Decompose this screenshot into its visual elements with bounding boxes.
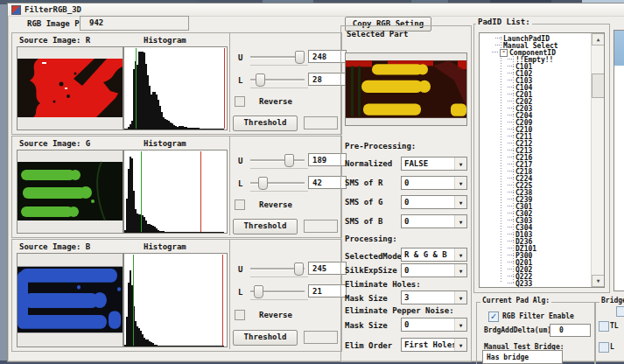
reverse-checkbox[interactable] — [235, 310, 245, 320]
tree-item[interactable]: C211 — [480, 133, 591, 140]
bridge-top-checkbox[interactable] — [616, 306, 624, 317]
l-slider[interactable] — [250, 285, 305, 298]
l-slider-thumb[interactable] — [258, 177, 268, 190]
l-label: L — [238, 76, 242, 85]
u-slider-thumb[interactable] — [295, 51, 305, 64]
l-slider-thumb[interactable] — [256, 74, 265, 87]
tree-item[interactable]: Q233 — [480, 280, 591, 287]
source-image-label: Source Image: G — [19, 139, 90, 148]
manual-test-bridge-input[interactable]: Has bridge — [482, 350, 563, 364]
tree-item[interactable]: !!Empty!! — [480, 56, 591, 63]
tree-item[interactable]: Q201 — [480, 259, 591, 266]
silk-exp-size-select[interactable]: 0▼ — [401, 263, 467, 277]
scroll-down-icon[interactable]: ▼ — [592, 275, 605, 287]
title-bar[interactable]: FilterRGB_3D — [8, 4, 624, 17]
tree-item[interactable]: C301 — [480, 203, 591, 210]
l-slider-thumb[interactable] — [254, 285, 263, 298]
bridge-tl-checkbox[interactable] — [599, 321, 609, 332]
u-slider-thumb[interactable] — [284, 154, 294, 167]
tree-item[interactable]: C218 — [480, 168, 591, 175]
tree-item[interactable]: C224 — [480, 175, 591, 182]
u-slider[interactable] — [250, 154, 305, 166]
tree-item[interactable]: C216 — [480, 154, 591, 161]
tree-item[interactable]: P300 — [480, 252, 591, 259]
tree-item[interactable]: C204 — [480, 112, 591, 119]
u-slider[interactable] — [250, 51, 305, 63]
slider-underline — [250, 299, 308, 300]
tree-item[interactable]: C104 — [480, 84, 591, 91]
holes-mask-size-select[interactable]: 3▼ — [401, 290, 467, 304]
tree-item[interactable]: C203 — [480, 105, 591, 112]
l-slider[interactable] — [250, 74, 305, 86]
tree-item[interactable]: DZ101 — [480, 245, 591, 252]
tree-item[interactable]: C102 — [480, 70, 591, 77]
tree-connector — [508, 255, 514, 256]
normalized-select[interactable]: FALSE▼ — [401, 157, 467, 171]
processing-label: Processing: — [345, 234, 397, 243]
threshold-button[interactable]: Threshold — [233, 219, 298, 234]
sms-of-b-select[interactable]: 0▼ — [401, 214, 467, 228]
selected-mode-select[interactable]: R & G & B▼ — [401, 248, 467, 262]
window-title: FilterRGB_3D — [25, 5, 81, 14]
threshold-button[interactable]: Threshold — [233, 330, 298, 346]
tree-item[interactable]: C303 — [480, 217, 591, 224]
tree-item[interactable]: C304 — [480, 224, 591, 231]
sms-of-g-select[interactable]: 0▼ — [401, 195, 467, 209]
tree-connector — [508, 171, 514, 172]
pepper-mask-size-select[interactable]: 0▼ — [401, 318, 467, 332]
brdg-add-delta-input[interactable]: 0 — [550, 324, 591, 337]
tree-item[interactable]: C225 — [480, 182, 591, 189]
tree-item[interactable]: C217 — [480, 161, 591, 168]
current-pad-alg-label: Current Pad Alg: — [480, 297, 551, 304]
tree-item[interactable]: C213 — [480, 147, 591, 154]
tree-item[interactable]: C101 — [480, 63, 591, 70]
tree-connector — [508, 227, 514, 228]
slider-underline — [250, 191, 308, 192]
slider-underline — [250, 88, 308, 88]
bridge-l-label: L — [610, 343, 614, 351]
tree-item-label: Q233 — [515, 280, 532, 288]
bridge-group-label: Bridge — [599, 297, 624, 304]
u-slider[interactable] — [250, 262, 305, 275]
tree-scrollbar[interactable]: ▲ ▼ — [591, 33, 604, 287]
tree-connector — [508, 80, 514, 81]
tree-item[interactable]: C210 — [480, 126, 591, 133]
u-slider-thumb[interactable] — [294, 262, 304, 276]
tree-item[interactable]: D103 — [480, 231, 591, 238]
l-label: L — [238, 179, 242, 188]
tree-connector — [508, 73, 514, 74]
threshold-button[interactable]: Threshold — [233, 116, 298, 131]
tree-connector — [508, 94, 514, 95]
tree-item[interactable]: C103 — [480, 77, 591, 84]
scroll-up-icon[interactable]: ▲ — [592, 33, 605, 46]
l-label: L — [238, 288, 242, 297]
threshold-result-box — [304, 331, 338, 344]
selected-part-label: Selected Part — [347, 30, 408, 38]
bridge-l-checkbox[interactable] — [599, 342, 609, 353]
tree-item[interactable]: C212 — [480, 140, 591, 147]
elim-order-select[interactable]: First Holes,▼ — [401, 338, 467, 352]
tree-item[interactable]: C202 — [480, 98, 591, 105]
reverse-checkbox[interactable] — [235, 200, 245, 210]
tree-connector — [508, 220, 514, 221]
tree-item[interactable]: C238 — [480, 189, 591, 196]
tree-item[interactable]: Q202 — [480, 266, 591, 273]
channel-panel-g: Source Image: G Histogram U 189 L 42 — [11, 136, 342, 238]
collapse-minus-icon[interactable]: - — [500, 49, 508, 57]
chevron-down-icon: ▼ — [454, 248, 466, 261]
l-slider[interactable] — [250, 177, 305, 189]
reverse-checkbox[interactable] — [235, 96, 245, 107]
sms-of-r-select[interactable]: 0▼ — [401, 176, 467, 190]
tree-item[interactable]: Q222 — [480, 273, 591, 280]
scrollbar-thumb[interactable] — [592, 74, 605, 98]
upper-threshold-line — [222, 255, 223, 346]
tree-item[interactable]: C239 — [480, 196, 591, 203]
u-slider-track[interactable] — [250, 159, 305, 162]
pre-processing-label: Pre-Processing: — [345, 142, 416, 150]
rgb-filter-enable-checkbox[interactable] — [488, 312, 499, 322]
tree-item[interactable]: C209 — [480, 119, 591, 126]
tree-item[interactable]: C201 — [480, 91, 591, 98]
chevron-down-icon: ▼ — [454, 318, 466, 331]
tree-item[interactable]: C302 — [480, 210, 591, 217]
source-image-r-thumbnail — [17, 46, 123, 130]
